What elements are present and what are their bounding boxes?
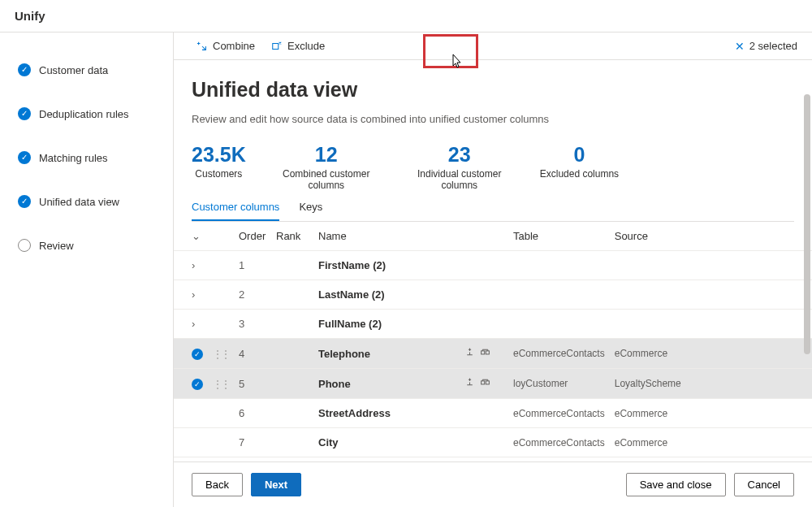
page-title: Unified data view — [192, 78, 794, 102]
cell-table: eCommerceContacts — [508, 428, 610, 457]
col-grip — [208, 222, 234, 251]
cell-icons — [460, 280, 508, 310]
cell-order: 8 — [234, 457, 271, 462]
metrics-row: 23.5K Customers 12 Combined customer col… — [192, 143, 794, 191]
tab-customer-columns[interactable]: Customer columns — [192, 196, 279, 221]
metric-individual: 23 Individual customer columns — [407, 143, 512, 191]
metric-value: 0 — [540, 143, 619, 167]
selected-count: 2 selected — [749, 40, 797, 52]
cell-name: FullName (2) — [313, 310, 460, 339]
save-close-button[interactable]: Save and close — [626, 473, 726, 496]
tabs: Customer columns Keys — [192, 196, 794, 222]
col-table[interactable]: Table — [508, 222, 610, 251]
cell-order: 1 — [234, 251, 271, 280]
col-order[interactable]: Order — [234, 222, 271, 251]
cell-order: 4 — [234, 339, 271, 369]
sidebar-label: Deduplication rules — [39, 108, 129, 120]
svg-rect-0 — [273, 43, 279, 49]
cell-table — [508, 310, 610, 339]
cell-order: 5 — [234, 369, 271, 399]
columns-table: ⌄ Order Rank Name Table Source ›1FirstNa… — [174, 222, 812, 462]
grip-icon[interactable]: ⋮⋮ — [213, 379, 229, 390]
col-icons — [460, 222, 508, 251]
table-row[interactable]: 7CityeCommerceContactseCommerce — [174, 428, 812, 457]
page-subtitle: Review and edit how source data is combi… — [192, 113, 794, 125]
table-row[interactable]: ›3FullName (2) — [174, 310, 812, 339]
sidebar-step-dedup[interactable]: Deduplication rules — [18, 107, 173, 120]
cell-rank — [271, 310, 313, 339]
cell-icons — [460, 310, 508, 339]
cell-source: eCommerce — [610, 339, 812, 369]
cell-icons — [460, 339, 508, 369]
sidebar-label: Unified data view — [39, 196, 119, 208]
sidebar: Customer data Deduplication rules Matchi… — [0, 32, 173, 507]
cell-order: 7 — [234, 428, 271, 457]
cell-icons — [460, 428, 508, 457]
cell-name: State — [313, 457, 460, 462]
exclude-button[interactable]: Exclude — [263, 36, 333, 56]
chevron-right-icon[interactable]: › — [192, 259, 195, 271]
metric-label: Customers — [192, 168, 246, 180]
col-rank[interactable]: Rank — [271, 222, 313, 251]
metric-value: 23 — [407, 143, 512, 167]
cell-source — [610, 310, 812, 339]
svg-rect-1 — [482, 351, 485, 354]
metric-label: Individual customer columns — [407, 168, 512, 191]
scrollbar-thumb[interactable] — [804, 94, 810, 354]
content: Unified data view Review and edit how so… — [174, 60, 812, 462]
col-source[interactable]: Source — [610, 222, 812, 251]
window-header: Unify — [0, 0, 812, 32]
combine-button[interactable]: Combine — [188, 36, 263, 56]
cell-rank — [271, 369, 313, 399]
col-expand[interactable]: ⌄ — [174, 222, 208, 251]
table-row[interactable]: ✓⋮⋮5PhoneloyCustomerLoyaltyScheme — [174, 369, 812, 399]
cell-order: 2 — [234, 280, 271, 310]
cell-rank — [271, 280, 313, 310]
cell-rank — [271, 428, 313, 457]
table-row[interactable]: ›2LastName (2) — [174, 280, 812, 310]
table-scroll[interactable]: ⌄ Order Rank Name Table Source ›1FirstNa… — [174, 222, 812, 462]
cell-table: eCommerceContacts — [508, 399, 610, 428]
chevron-right-icon[interactable]: › — [192, 318, 195, 330]
group-icon[interactable] — [480, 378, 490, 390]
chevron-down-icon: ⌄ — [192, 230, 201, 242]
cell-rank — [271, 399, 313, 428]
tab-keys[interactable]: Keys — [299, 196, 322, 221]
combine-icon[interactable] — [464, 378, 475, 390]
metric-value: 12 — [274, 143, 379, 167]
sidebar-step-unified[interactable]: Unified data view — [18, 195, 173, 208]
cell-icons — [460, 369, 508, 399]
circle-icon — [18, 239, 31, 252]
table-row[interactable]: ›1FirstName (2) — [174, 251, 812, 280]
back-button[interactable]: Back — [192, 473, 243, 496]
metric-customers: 23.5K Customers — [192, 143, 246, 191]
sidebar-step-review[interactable]: Review — [18, 239, 173, 252]
group-icon[interactable] — [480, 348, 490, 360]
close-icon[interactable]: ✕ — [735, 40, 745, 53]
check-icon — [18, 195, 31, 208]
col-name[interactable]: Name — [313, 222, 460, 251]
sidebar-step-matching[interactable]: Matching rules — [18, 151, 173, 164]
cell-order: 3 — [234, 310, 271, 339]
grip-icon[interactable]: ⋮⋮ — [213, 349, 229, 360]
sidebar-step-customer-data[interactable]: Customer data — [18, 63, 173, 76]
table-row[interactable]: 6StreetAddresseCommerceContactseCommerce — [174, 399, 812, 428]
exclude-icon — [271, 41, 283, 52]
table-row[interactable]: ✓⋮⋮4TelephoneeCommerceContactseCommerce — [174, 339, 812, 369]
check-icon — [18, 63, 31, 76]
chevron-right-icon[interactable]: › — [192, 288, 195, 301]
sidebar-label: Matching rules — [39, 152, 108, 164]
cancel-button[interactable]: Cancel — [734, 473, 794, 496]
cell-source: eCommerce — [610, 428, 812, 457]
cell-icons — [460, 457, 508, 462]
table-row[interactable]: 8StateeCommerceContactseCommerce — [174, 457, 812, 462]
svg-rect-4 — [486, 381, 489, 384]
check-icon[interactable]: ✓ — [192, 379, 203, 390]
next-button[interactable]: Next — [251, 473, 301, 496]
check-icon[interactable]: ✓ — [192, 349, 203, 360]
cell-rank — [271, 251, 313, 280]
scrollbar[interactable] — [804, 94, 810, 460]
selection-info[interactable]: ✕ 2 selected — [735, 40, 797, 53]
combine-icon[interactable] — [464, 348, 475, 360]
cell-rank — [271, 339, 313, 369]
